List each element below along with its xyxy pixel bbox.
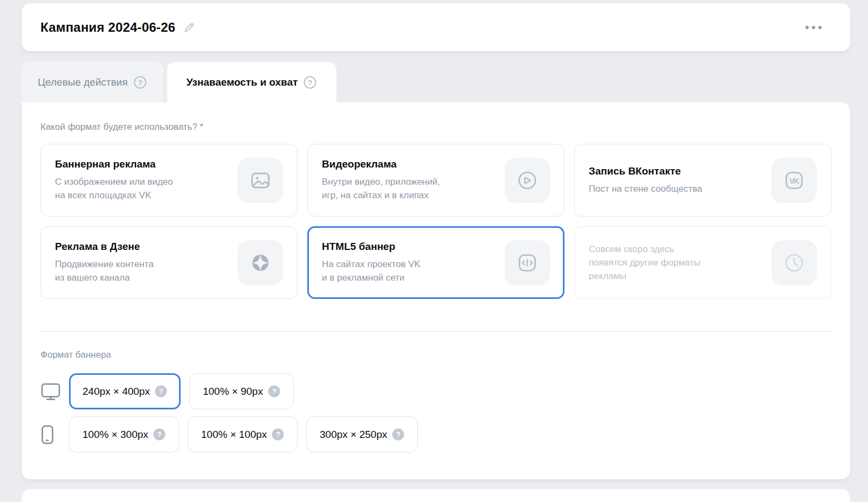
card-description: Продвижение контента из вашего канала [55, 257, 154, 284]
section-divider [40, 331, 831, 332]
help-badge-icon[interactable]: ? [392, 428, 404, 441]
pill-label: 240px × 400px [82, 386, 150, 398]
format-card-banner[interactable]: Баннерная реклама С изображением или вид… [40, 144, 298, 217]
banner-size-100pct-x90[interactable]: 100% × 90px ? [189, 373, 293, 409]
image-icon [238, 158, 283, 203]
pill-label: 300px × 250px [320, 429, 387, 441]
format-cards-grid: Баннерная реклама С изображением или вид… [40, 144, 831, 299]
svg-text:?: ? [272, 387, 276, 395]
help-badge-icon[interactable]: ? [155, 385, 167, 398]
card-title: Реклама в Дзене [55, 241, 154, 253]
card-description: На сайтах проектов VK и в рекламной сети [322, 257, 421, 284]
tab-target-actions[interactable]: Целевые действия ? [22, 62, 163, 102]
svg-text:?: ? [308, 79, 312, 87]
pencil-icon [183, 21, 196, 34]
tab-awareness-reach[interactable]: Узнаваемость и охват ? [167, 62, 337, 102]
banner-size-100pct-x300[interactable]: 100% × 300px ? [69, 416, 179, 452]
pill-label: 100% × 300px [82, 429, 148, 441]
play-icon [505, 158, 550, 203]
help-badge-icon[interactable]: ? [272, 428, 284, 441]
vk-icon: VK [771, 158, 817, 203]
format-card-coming-soon: Совсем скоро здесь появятся другие форма… [574, 226, 831, 299]
help-circle-icon[interactable]: ? [303, 75, 317, 89]
card-description: Пост на стене сообщества [589, 182, 702, 196]
card-title: Видеореклама [322, 158, 440, 170]
pill-label: 100% × 90px [203, 386, 263, 398]
banner-size-300x250[interactable]: 300px × 250px ? [306, 416, 418, 452]
campaign-menu-button[interactable] [800, 21, 828, 34]
card-title: Баннерная реклама [55, 158, 173, 170]
banner-size-row-mobile: 100% × 300px ? 100% × 100px ? [40, 416, 831, 452]
format-card-video[interactable]: Видеореклама Внутри видео, приложений, и… [307, 144, 564, 217]
format-question-label: Какой формат будете использовать? * [40, 122, 831, 133]
svg-text:?: ? [275, 430, 280, 438]
card-title: HTML5 баннер [322, 241, 421, 253]
code-icon [505, 240, 550, 285]
tab-label: Целевые действия [38, 76, 128, 88]
card-description: С изображением или видео на всех площадк… [55, 175, 173, 202]
format-card-dzen[interactable]: Реклама в Дзене Продвижение контента из … [40, 226, 298, 299]
clock-icon [771, 240, 817, 285]
format-card-html5-banner[interactable]: HTML5 баннер На сайтах проектов VK и в р… [307, 226, 564, 299]
svg-text:?: ? [396, 430, 401, 438]
card-description: Внутри видео, приложений, игр, на сайтах… [322, 175, 440, 202]
banner-format-label: Формат баннера [40, 350, 831, 360]
svg-text:?: ? [159, 387, 163, 395]
ellipsis-icon [803, 24, 824, 31]
help-circle-icon[interactable]: ? [133, 75, 147, 89]
tab-label: Узнаваемость и охват [187, 76, 298, 88]
help-badge-icon[interactable]: ? [153, 428, 166, 441]
banner-size-row-desktop: 240px × 400px ? 100% × 90px ? [40, 373, 831, 409]
banner-size-100pct-x100[interactable]: 100% × 100px ? [188, 416, 298, 452]
dzen-icon [238, 240, 283, 285]
campaign-tabs: Целевые действия ? Узнаваемость и охват … [22, 62, 850, 102]
next-section-card [22, 489, 850, 502]
format-card-vk-post[interactable]: Запись ВКонтакте Пост на стене сообществ… [574, 144, 831, 217]
svg-text:?: ? [157, 430, 161, 438]
banner-size-240x400[interactable]: 240px × 400px ? [69, 373, 181, 409]
desktop-icon [40, 382, 69, 401]
mobile-icon [40, 424, 69, 445]
svg-text:VK: VK [789, 176, 799, 185]
format-panel: Какой формат будете использовать? * Банн… [22, 102, 850, 479]
pill-label: 100% × 100px [201, 429, 267, 441]
help-badge-icon[interactable]: ? [268, 385, 280, 398]
card-description: Совсем скоро здесь появятся другие форма… [589, 242, 700, 283]
card-title: Запись ВКонтакте [589, 165, 702, 177]
edit-campaign-name-button[interactable] [183, 21, 196, 34]
svg-text:?: ? [138, 79, 142, 87]
campaign-title: Кампания 2024-06-26 [40, 20, 175, 35]
campaign-header: Кампания 2024-06-26 [22, 3, 850, 51]
